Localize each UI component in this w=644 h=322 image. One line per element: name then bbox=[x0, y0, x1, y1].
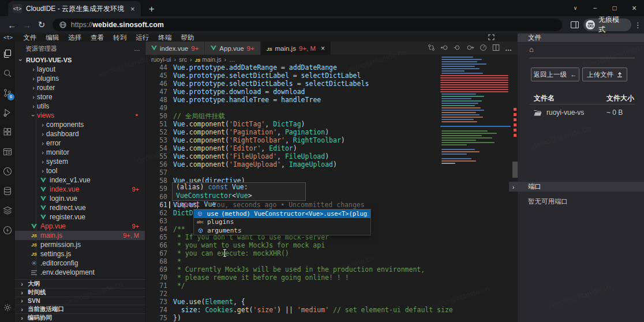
new-tab-button[interactable]: + bbox=[149, 4, 155, 14]
fullscreen-icon[interactable] bbox=[488, 34, 495, 42]
tree-item-layout[interactable]: ›layout bbox=[15, 65, 145, 74]
window-dropdown-icon[interactable]: ∨ bbox=[566, 5, 585, 11]
window-close-icon[interactable]: × bbox=[624, 3, 644, 13]
home-icon[interactable]: ⌂ bbox=[529, 45, 534, 54]
editor-tab-main.js[interactable]: JSmain.js9+, M× bbox=[261, 42, 331, 55]
minimap[interactable] bbox=[440, 57, 512, 212]
settings-gear-icon[interactable] bbox=[0, 298, 15, 317]
suggest-item-arguments[interactable]: arguments bbox=[194, 226, 370, 235]
side-panel-icon[interactable] bbox=[568, 21, 582, 28]
section-大纲[interactable]: ›大纲 bbox=[15, 279, 145, 288]
tree-item-index_v1.vue[interactable]: index_v1.vue bbox=[15, 175, 145, 185]
code-text: size: Cookies.get('size') || 'medium' //… bbox=[173, 306, 453, 314]
lightning-icon[interactable] bbox=[0, 220, 15, 240]
chevron-icon: › bbox=[39, 130, 46, 137]
tree-item-login.vue[interactable]: login.vue bbox=[15, 194, 145, 203]
tree-item-App.vue[interactable]: App.vue9+ bbox=[15, 222, 145, 231]
tree-item-views[interactable]: ›views• bbox=[15, 111, 145, 120]
split-editor-icon[interactable] bbox=[492, 44, 500, 53]
section-当前激活端口[interactable]: ›当前激活端口 bbox=[15, 305, 145, 313]
tree-item-index.vue[interactable]: index.vue9+ bbox=[15, 185, 145, 194]
suggest-item-use[interactable]: use(method) VueConstructor<Vue>.use<T>(p… bbox=[194, 209, 370, 218]
navigate-forward-icon[interactable] bbox=[466, 44, 474, 53]
tree-item-.env.development[interactable]: .env.development bbox=[15, 268, 145, 277]
tab-close-icon[interactable]: × bbox=[321, 44, 325, 53]
browser-forward-button[interactable]: → bbox=[20, 20, 35, 30]
explorer-icon[interactable] bbox=[0, 44, 15, 63]
more-actions-icon[interactable]: … bbox=[505, 44, 512, 53]
breadcrumb-item-src[interactable]: src bbox=[179, 56, 187, 63]
tree-item-monitor[interactable]: ›monitor bbox=[15, 148, 145, 157]
section-编码协同[interactable]: ›编码协同 bbox=[15, 313, 145, 322]
window-minimize-icon[interactable]: − bbox=[585, 4, 605, 12]
api-clock-icon[interactable] bbox=[0, 162, 15, 181]
tree-item-router[interactable]: ›router bbox=[15, 83, 145, 92]
menu-item-文件[interactable]: 文件 bbox=[18, 33, 41, 42]
breadcrumb-item-…[interactable]: … bbox=[229, 56, 235, 63]
tree-item-plugins[interactable]: ›plugins bbox=[15, 74, 145, 83]
menu-item-选择[interactable]: 选择 bbox=[63, 33, 86, 42]
tab-close-icon[interactable]: × bbox=[130, 5, 135, 13]
section-SVN[interactable]: ›SVN bbox=[15, 297, 145, 305]
code-text: * please remove it before going online! … bbox=[173, 274, 349, 282]
menu-item-终端[interactable]: 终端 bbox=[153, 33, 176, 42]
incognito-badge[interactable]: 无痕模式 bbox=[583, 18, 631, 31]
browser-tab[interactable]: <t> CloudIDE - 云原生集成开发环境 × bbox=[8, 1, 141, 16]
git-compare-icon[interactable] bbox=[428, 44, 435, 53]
menu-item-编辑[interactable]: 编辑 bbox=[41, 33, 63, 42]
database-icon[interactable] bbox=[0, 181, 15, 201]
source-control-icon[interactable]: 6 bbox=[0, 83, 15, 103]
tree-item-label: components bbox=[46, 121, 84, 129]
tree-item-system[interactable]: ›system bbox=[15, 157, 145, 166]
tree-item-components[interactable]: ›components bbox=[15, 120, 145, 129]
menu-item-运行[interactable]: 运行 bbox=[131, 33, 153, 42]
tree-item-label: permission.js bbox=[40, 241, 81, 249]
tree-item-dashboard[interactable]: ›dashboard bbox=[15, 129, 145, 138]
tree-item-main.js[interactable]: JSmain.js9+, M bbox=[15, 231, 145, 240]
search-icon[interactable] bbox=[0, 63, 15, 83]
panel-expand-button[interactable]: › bbox=[509, 182, 518, 192]
tree-item-tool[interactable]: ›tool bbox=[15, 166, 145, 175]
breadcrumb-item-ruoyi-ui[interactable]: ruoyi-ui bbox=[151, 56, 171, 63]
run-timer-icon[interactable] bbox=[480, 44, 487, 53]
tree-item-error[interactable]: ›error bbox=[15, 138, 145, 148]
tree-item-store[interactable]: ›store bbox=[15, 92, 145, 102]
editor-tab-App.vue[interactable]: App.vue9+ bbox=[205, 42, 260, 55]
tree-item-.editorconfig[interactable]: .editorconfig bbox=[15, 259, 145, 268]
go-up-button[interactable]: 返回上一级 ← bbox=[531, 68, 579, 81]
window-maximize-icon[interactable]: □ bbox=[605, 4, 624, 12]
upload-button[interactable]: 上传文件 bbox=[582, 68, 627, 81]
tree-item-settings.js[interactable]: JSsettings.js bbox=[15, 249, 145, 259]
breadcrumb-item-main.js[interactable]: JSmain.js bbox=[194, 56, 221, 63]
navigate-dot-icon[interactable] bbox=[454, 44, 461, 53]
breadcrumb-separator-icon: › bbox=[190, 56, 192, 63]
gutter bbox=[167, 249, 173, 257]
layers-icon[interactable] bbox=[0, 201, 15, 220]
section-时间线[interactable]: ›时间线 bbox=[15, 288, 145, 297]
run-debug-icon[interactable] bbox=[0, 103, 15, 122]
suggest-item-plugins[interactable]: abcplugins bbox=[194, 218, 370, 227]
navigate-back-icon[interactable] bbox=[440, 44, 448, 53]
ports-section-header[interactable]: 端口 bbox=[518, 182, 644, 192]
editor-tab-index.vue[interactable]: index.vue9+ bbox=[145, 42, 204, 55]
minimap-line bbox=[441, 105, 475, 106]
line-number: 50 bbox=[145, 112, 167, 120]
menu-item-转到[interactable]: 转到 bbox=[108, 33, 131, 42]
menu-item-查看[interactable]: 查看 bbox=[86, 33, 108, 42]
tree-item-redirect.vue[interactable]: redirect.vue bbox=[15, 203, 145, 212]
extensions-icon[interactable] bbox=[0, 122, 15, 142]
gutter bbox=[167, 225, 173, 233]
preview-icon[interactable] bbox=[0, 142, 15, 162]
tree-item-permission.js[interactable]: JSpermission.js bbox=[15, 240, 145, 249]
tree-root-folder[interactable]: › RUOYI-VUE-VS bbox=[15, 55, 145, 65]
address-bar[interactable]: https://webide.sinosoft.com bbox=[53, 18, 562, 31]
file-row[interactable]: ruoyi-vue-vs bbox=[534, 108, 584, 117]
tree-item-register.vue[interactable]: register.vue bbox=[15, 212, 145, 222]
menu-item-帮助[interactable]: 帮助 bbox=[176, 33, 199, 42]
browser-reload-button[interactable]: ↻ bbox=[34, 20, 49, 30]
browser-back-button[interactable]: ← bbox=[5, 20, 20, 30]
tree-item-utils[interactable]: ›utils bbox=[15, 102, 145, 111]
browser-menu-icon[interactable]: ⋮ bbox=[631, 21, 644, 29]
explorer-actions-icon[interactable]: … bbox=[134, 45, 140, 52]
editor-scrollbar[interactable] bbox=[512, 162, 518, 178]
